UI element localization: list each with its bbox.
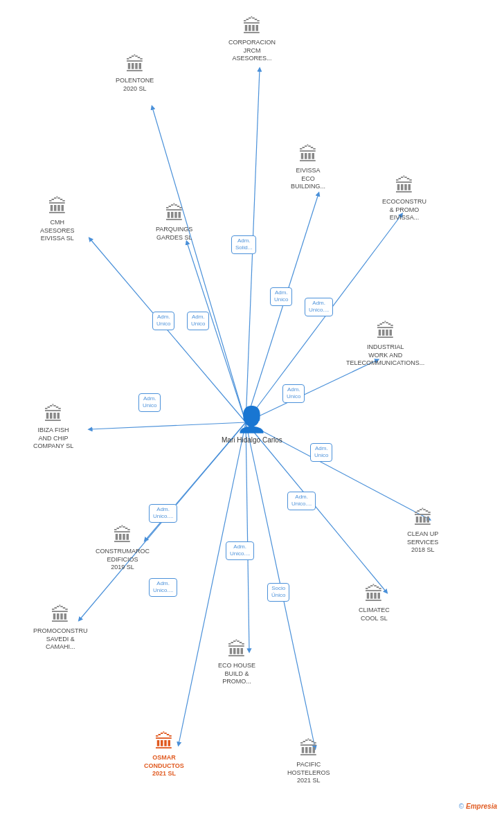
node-eco-house[interactable]: 🏛 ECO HOUSE BUILD & PROMO... <box>218 640 255 686</box>
building-icon-industrial: 🏛 <box>376 322 395 341</box>
center-person-node[interactable]: 👤 Mari Hidalgo Carlos <box>222 405 282 445</box>
node-label-construmaroc: CONSTRUMAROC EDIFICIOS 2019 SL <box>96 548 150 572</box>
badge-industrial[interactable]: Adm. Unico <box>282 384 305 403</box>
badge-ibiza[interactable]: Adm. Unico <box>138 393 161 412</box>
node-label-industrial: INDUSTRIAL WORK AND TELECOMMUNICATIONS..… <box>346 343 424 368</box>
svg-line-0 <box>152 107 246 422</box>
watermark-copyright: © <box>459 802 464 810</box>
svg-line-4 <box>90 239 246 422</box>
node-label-eco-house: ECO HOUSE BUILD & PROMO... <box>218 662 255 686</box>
building-icon-climatec: 🏛 <box>364 585 384 604</box>
node-label-ecoconstru: ECOCONSTRU & PROMO EIVISSA... <box>382 198 426 222</box>
node-ecoconstru[interactable]: 🏛 ECOCONSTRU & PROMO EIVISSA... <box>382 177 426 222</box>
badge-eco-house[interactable]: Adm. Unico.... <box>226 541 254 560</box>
building-icon-parquings: 🏛 <box>165 204 184 224</box>
building-icon-eivissa-eco: 🏛 <box>298 145 318 165</box>
badge-construmaroc[interactable]: Adm. Unico.... <box>149 504 177 523</box>
building-icon-ecoconstru: 🏛 <box>395 177 414 196</box>
building-icon-eco-house: 🏛 <box>227 640 246 660</box>
building-icon-ibiza-fish: 🏛 <box>44 405 63 424</box>
badge-cleanupR[interactable]: Adm. Unico.... <box>287 492 316 510</box>
node-label-promoconstru: PROMOCONSTRU SAVEDI & CAMAHI... <box>33 627 88 652</box>
building-icon-pacific: 🏛 <box>299 739 318 759</box>
building-icon-cmh: 🏛 <box>48 197 67 217</box>
node-industrial[interactable]: 🏛 INDUSTRIAL WORK AND TELECOMMUNICATIONS… <box>346 322 424 368</box>
node-label-corporacion: CORPORACION JRCM ASESORES... <box>228 39 276 63</box>
svg-line-3 <box>246 215 402 422</box>
node-climatec[interactable]: 🏛 CLIMATEC COOL SL <box>359 585 390 622</box>
badge-promo[interactable]: Adm. Unico.... <box>149 578 177 597</box>
node-promoconstru[interactable]: 🏛 PROMOCONSTRU SAVEDI & CAMAHI... <box>33 606 88 652</box>
watermark: © Empresia <box>459 802 497 810</box>
node-polentone[interactable]: 🏛 POLENTONE 2020 SL <box>116 55 154 93</box>
node-label-ibiza-fish: IBIZA FISH AND CHIP COMPANY SL <box>33 427 73 451</box>
watermark-brand: Empresia <box>466 802 497 810</box>
building-icon-polentone: 🏛 <box>125 55 145 75</box>
node-label-cmh: CMH ASESORES EIVISSA SL <box>40 219 75 243</box>
svg-line-13 <box>179 422 246 744</box>
node-pacific[interactable]: 🏛 PACIFIC HOSTELEROS 2021 SL <box>287 739 330 785</box>
node-osmar[interactable]: 🏛 OSMAR CONDUCTOS 2021 SL <box>144 733 184 778</box>
person-icon: 👤 <box>236 405 267 434</box>
building-icon-corporacion: 🏛 <box>242 17 262 37</box>
node-label-polentone: POLENTONE 2020 SL <box>116 77 154 93</box>
node-eivissa-eco[interactable]: 🏛 EIVISSA ECO BUILDING... <box>291 145 325 191</box>
building-icon-promoconstru: 🏛 <box>51 606 70 625</box>
badge-polentone[interactable]: Adm. Unico <box>152 312 174 330</box>
node-label-osmar: OSMAR CONDUCTOS 2021 SL <box>144 754 184 778</box>
badge-pacific[interactable]: Socio Único <box>267 583 289 602</box>
node-label-parquings: PARQUINGS GARDES SL <box>156 226 192 242</box>
badge-corporacion[interactable]: Adm. Solid... <box>231 235 256 254</box>
building-icon-construmaroc: 🏛 <box>113 526 132 546</box>
badge-eivissa[interactable]: Adm. Unico <box>270 287 292 306</box>
badge-parquings[interactable]: Adm. Unico <box>187 312 209 330</box>
node-cmh[interactable]: 🏛 CMH ASESORES EIVISSA SL <box>40 197 75 243</box>
node-label-pacific: PACIFIC HOSTELEROS 2021 SL <box>287 761 330 785</box>
node-corporacion[interactable]: 🏛 CORPORACION JRCM ASESORES... <box>228 17 276 63</box>
node-parquings[interactable]: 🏛 PARQUINGS GARDES SL <box>156 204 192 242</box>
badge-cleanupL[interactable]: Adm. Unico <box>310 443 332 462</box>
node-label-eivissa-eco: EIVISSA ECO BUILDING... <box>291 167 325 191</box>
graph-container: 👤 Mari Hidalgo Carlos 🏛 POLENTONE 2020 S… <box>0 0 504 817</box>
node-label-climatec: CLIMATEC COOL SL <box>359 607 390 622</box>
svg-line-5 <box>187 242 246 422</box>
node-ibiza-fish[interactable]: 🏛 IBIZA FISH AND CHIP COMPANY SL <box>33 405 73 451</box>
building-icon-osmar: 🏛 <box>154 733 174 752</box>
node-label-clean-up: CLEAN UP SERVICES 2018 SL <box>407 530 438 555</box>
badge-ecoconstru[interactable]: Adm. Unico.... <box>305 298 333 316</box>
building-icon-clean-up: 🏛 <box>413 509 433 528</box>
node-clean-up[interactable]: 🏛 CLEAN UP SERVICES 2018 SL <box>407 509 438 555</box>
svg-line-12 <box>246 422 249 651</box>
person-label: Mari Hidalgo Carlos <box>222 436 282 445</box>
node-construmaroc[interactable]: 🏛 CONSTRUMAROC EDIFICIOS 2019 SL <box>96 526 150 572</box>
